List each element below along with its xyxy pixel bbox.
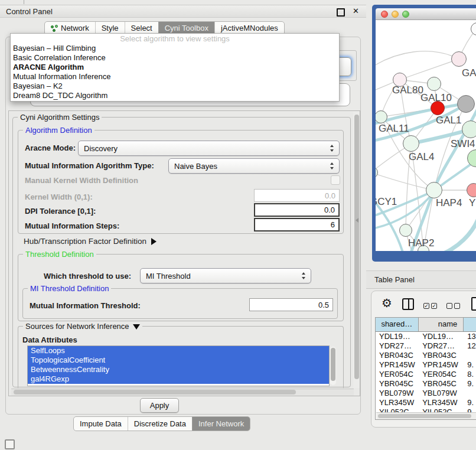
algorithm-option[interactable]: Bayesian – Hill Climbing xyxy=(11,44,339,53)
close-icon[interactable]: ✕ xyxy=(353,6,359,15)
aracne-mode-label: Aracne Mode: xyxy=(25,144,76,152)
table-cell: YPR145W xyxy=(419,360,464,370)
kernel-width-field[interactable]: 0.0 xyxy=(254,189,340,202)
attribute-list-item[interactable]: gal4RGexp xyxy=(28,374,329,384)
network-view-window: GALGAL80GAL10GAL1GAL11GAL4SWI4GCY1HAP4YH… xyxy=(372,5,476,262)
sources-title-label: Sources for Network Inference xyxy=(25,322,129,331)
minimized-panel-icon[interactable] xyxy=(5,439,15,449)
network-node[interactable] xyxy=(427,77,441,91)
close-traffic-light-icon[interactable] xyxy=(381,11,388,18)
settings-scroll-pane: Cyni Algorithm Settings Algorithm Defini… xyxy=(8,110,360,396)
group-title: MI Threshold Definition xyxy=(28,284,111,293)
attribute-list-item[interactable]: TopologicalCoefficient xyxy=(28,356,329,365)
zoom-traffic-light-icon[interactable] xyxy=(402,11,409,18)
column-header[interactable]: name xyxy=(419,318,464,331)
checked-column-icon[interactable]: ✓ xyxy=(431,303,437,309)
node-label: SWI4 xyxy=(451,138,475,150)
table-cell: YER054C xyxy=(419,370,464,379)
algorithm-option[interactable]: Basic Correlation Inference xyxy=(11,53,339,63)
tab-discretize-data[interactable]: Discretize Data xyxy=(128,417,192,431)
data-attributes-label: Data Attributes xyxy=(22,335,77,344)
tab-label: Infer Network xyxy=(198,417,244,431)
mi-type-select[interactable]: Naive Bayes xyxy=(168,158,340,174)
sources-group-title[interactable]: Sources for Network Inference xyxy=(23,322,142,331)
table-row[interactable]: YDR27…YDR27…12 xyxy=(376,341,476,351)
gear-icon[interactable]: ⚙ xyxy=(382,296,392,310)
node-label: Y xyxy=(469,197,475,209)
tab-infer-network[interactable]: Infer Network xyxy=(192,417,250,431)
dpi-tolerance-field[interactable]: 0.0 xyxy=(254,203,340,217)
which-threshold-value: MI Threshold xyxy=(146,272,191,281)
column-header[interactable] xyxy=(464,318,476,331)
mi-steps-field[interactable]: 6 xyxy=(254,218,340,231)
apply-button[interactable]: Apply xyxy=(140,398,179,413)
aracne-mode-select[interactable]: Discovery xyxy=(78,141,340,156)
columns-icon[interactable] xyxy=(402,298,414,310)
aracne-mode-value: Discovery xyxy=(84,144,118,153)
kernel-width-label: Kernel Width (0,1): xyxy=(25,193,93,201)
list-scrollbar-thumb[interactable] xyxy=(331,348,335,381)
settings-hscrollbar-thumb[interactable] xyxy=(14,390,296,394)
table-cell: YBR045C xyxy=(376,379,419,389)
minimize-traffic-light-icon[interactable] xyxy=(392,11,399,18)
checked-column-icon[interactable]: ✓ xyxy=(423,303,429,309)
table-cell: YDR27… xyxy=(419,341,464,351)
table-cell: 9. xyxy=(464,379,476,389)
document-icon[interactable] xyxy=(471,297,476,311)
table-cell: YBL079W xyxy=(376,389,419,398)
control-panel-title: Control Panel xyxy=(6,7,53,16)
table-row[interactable]: YBR045CYBR045C9. xyxy=(376,379,476,389)
hub-definition-label: Hub/Transcription Factor Definition xyxy=(24,237,146,246)
network-node[interactable] xyxy=(462,120,476,138)
mi-type-value: Naive Bayes xyxy=(174,162,217,171)
node-label: GAL1 xyxy=(436,115,461,126)
table-row[interactable]: YER054CYER054C8. xyxy=(376,370,476,379)
manual-kernel-checkbox[interactable] xyxy=(331,175,340,185)
spinner-arrows-icon xyxy=(302,272,306,279)
node-label: GAL80 xyxy=(392,84,423,96)
unchecked-column-icon[interactable] xyxy=(446,303,452,309)
network-node[interactable] xyxy=(457,95,475,113)
mi-threshold-label: Mutual Information Threshold: xyxy=(30,301,141,310)
algorithm-option[interactable]: Mutual Information Inference xyxy=(11,72,339,81)
attribute-list-item[interactable]: BetweennessCentrality xyxy=(28,365,329,374)
table-row[interactable]: YLR345WYLR345W9. xyxy=(376,398,476,407)
table-row[interactable]: YBL079WYBL079W xyxy=(376,389,476,398)
table-cell xyxy=(464,389,476,398)
which-threshold-select[interactable]: MI Threshold xyxy=(140,268,311,283)
unchecked-column-icon[interactable] xyxy=(454,303,460,309)
node-table[interactable]: shared…name YDL19…YDL19…13YDR27…YDR27…12… xyxy=(375,317,476,420)
settings-vscrollbar-thumb[interactable] xyxy=(354,115,359,379)
node-label: GAL xyxy=(462,67,476,79)
node-label: GAL4 xyxy=(409,151,434,163)
algorithm-option[interactable]: Dream8 DC_TDC Algorithm xyxy=(11,91,339,100)
table-cell xyxy=(464,351,476,360)
data-attributes-list[interactable]: SelfLoopsTopologicalCoefficientBetweenne… xyxy=(27,345,330,386)
dpi-tolerance-label: DPI Tolerance [0,1]: xyxy=(25,207,96,216)
float-icon[interactable] xyxy=(337,8,345,17)
table-panel: ⚙ ✓ ✓ shared…name YDL19…YDL19…13YDR27…YD… xyxy=(371,291,476,428)
network-canvas[interactable]: GALGAL80GAL10GAL1GAL11GAL4SWI4GCY1HAP4YH… xyxy=(376,20,476,251)
algorithm-dropdown-placeholder: Select algorithm to view settings xyxy=(11,34,339,44)
network-node[interactable] xyxy=(426,182,442,198)
table-row[interactable]: YPR145WYPR145W9. xyxy=(376,360,476,370)
table-row[interactable]: YDL19…YDL19…13 xyxy=(376,332,476,341)
network-node[interactable] xyxy=(399,224,412,237)
network-window-titlebar[interactable] xyxy=(376,8,476,20)
table-hscrollbar-track[interactable] xyxy=(376,412,476,419)
attribute-list-item[interactable]: SelfLoops xyxy=(28,346,329,356)
network-node[interactable] xyxy=(403,135,419,152)
cyni-bottom-tabbar: Impute DataDiscretize DataInfer Network xyxy=(73,416,250,431)
table-row[interactable]: YBR043CYBR043C xyxy=(376,351,476,360)
mi-threshold-field[interactable]: 0.5 xyxy=(249,298,333,311)
mi-threshold-value: 0.5 xyxy=(318,301,329,309)
algorithm-option[interactable]: ARACNE Algorithm xyxy=(11,63,339,72)
tab-impute-data[interactable]: Impute Data xyxy=(74,417,128,431)
mi-steps-label: Mutual Information Steps: xyxy=(25,221,119,230)
table-hscrollbar-thumb[interactable] xyxy=(378,414,471,418)
algorithm-option[interactable]: Bayesian – K2 xyxy=(11,81,339,91)
splitter-collapse-icon[interactable] xyxy=(356,218,358,223)
network-node[interactable] xyxy=(451,51,467,67)
hub-definition-toggle[interactable]: Hub/Transcription Factor Definition xyxy=(24,237,157,246)
column-header[interactable]: shared… xyxy=(376,318,419,331)
